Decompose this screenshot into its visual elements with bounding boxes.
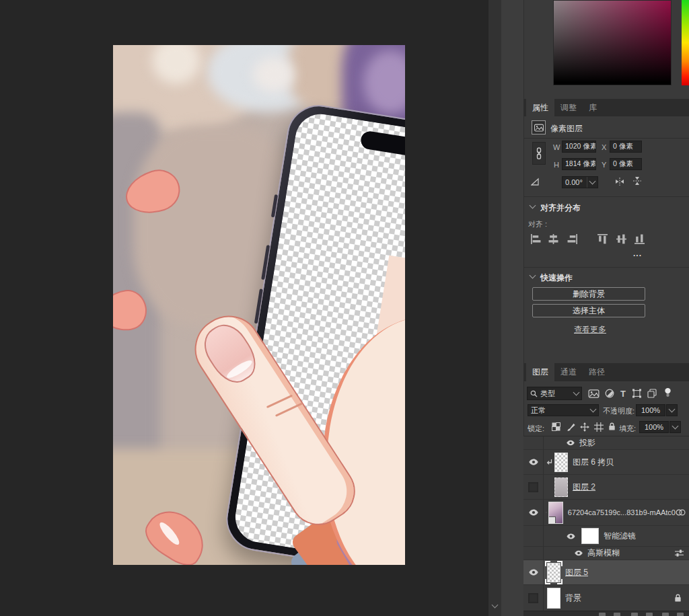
layer-row-gaussian-blur[interactable]: 高斯模糊 [523, 547, 689, 560]
effect-name[interactable]: 投影 [579, 437, 595, 449]
align-bottom-button[interactable] [634, 234, 645, 244]
layer-row-smart-object[interactable]: 67204ca75199c...831b9-mAAtc0 [523, 500, 689, 526]
quick-actions-collapse-icon[interactable] [530, 272, 536, 279]
visibility-eye-icon[interactable] [567, 533, 575, 539]
layer-name[interactable]: 图层 6 拷贝 [573, 457, 614, 468]
layer-thumbnail[interactable] [547, 588, 560, 609]
toolbar-icon-partial[interactable] [677, 613, 684, 616]
layer-name[interactable]: 背景 [565, 592, 581, 604]
align-top-button[interactable] [597, 234, 608, 244]
layer-row-background[interactable]: 背景 [523, 585, 689, 611]
fill-dropdown-button[interactable] [669, 421, 681, 433]
toolbar-icon-partial[interactable] [614, 613, 620, 616]
layer-row-layer5-selected[interactable]: 图层 5 [523, 560, 689, 585]
remove-background-button[interactable]: 删除背景 [532, 287, 645, 301]
align-middle-v-button[interactable] [616, 234, 626, 244]
align-right-button[interactable] [567, 234, 577, 244]
tab-adjustments[interactable]: 调整 [554, 99, 583, 116]
width-input[interactable]: 1020 像素 [562, 141, 596, 153]
color-picker-field[interactable] [553, 0, 672, 85]
align-center-h-icon [548, 234, 558, 244]
height-input[interactable]: 1814 像素 [562, 158, 596, 170]
smart-filter-badge-icon[interactable] [676, 509, 686, 516]
filtering-toggle[interactable] [663, 387, 672, 397]
rotation-input[interactable]: 0.00° [562, 176, 598, 188]
tab-channels[interactable]: 通道 [554, 363, 583, 381]
x-input[interactable]: 0 像素 [610, 141, 642, 153]
hue-slider[interactable] [682, 0, 689, 85]
filter-adjustment-layers-button[interactable] [605, 389, 614, 398]
visibility-cell[interactable] [523, 560, 544, 584]
see-more-link[interactable]: 查看更多 [574, 324, 606, 336]
adjustment-layer-filter-icon [605, 389, 614, 398]
layer-name[interactable]: 图层 2 [573, 482, 595, 493]
canvas-vertical-scrollbar[interactable] [488, 0, 501, 616]
visibility-eye-icon[interactable] [575, 550, 583, 556]
smart-object-badge-icon [549, 516, 556, 523]
align-section-collapse-icon[interactable] [530, 202, 536, 209]
filter-pixel-layers-button[interactable] [588, 389, 600, 398]
blend-mode-select[interactable]: 正常 [528, 404, 599, 416]
scrollbar-down-arrow-icon[interactable] [492, 602, 499, 609]
smart-filter-mask-thumbnail[interactable] [581, 528, 599, 544]
toolbar-icon-partial[interactable] [599, 613, 606, 616]
visibility-eye-icon[interactable] [529, 569, 538, 576]
flip-vertical-button[interactable] [632, 176, 642, 186]
smart-object-thumbnail[interactable] [548, 502, 563, 524]
layer-filter-type-select[interactable]: 类型 [527, 387, 582, 400]
align-left-button[interactable] [531, 234, 541, 244]
visibility-cell[interactable] [523, 500, 544, 525]
toolbar-icon-partial[interactable] [646, 613, 653, 616]
tab-properties[interactable]: 属性 [526, 99, 554, 116]
fill-input[interactable]: 100% [639, 421, 669, 433]
canvas-area[interactable] [0, 0, 488, 616]
filter-blending-options-icon[interactable] [675, 549, 684, 557]
layer-name[interactable]: 67204ca75199c...831b9-mAAtc0 [568, 508, 676, 516]
lock-artboard-button[interactable] [594, 422, 604, 432]
filter-shape-layers-button[interactable] [632, 389, 642, 398]
visibility-eye-icon[interactable] [567, 440, 575, 446]
lock-position-button[interactable] [580, 422, 589, 432]
flip-horizontal-button[interactable] [615, 177, 624, 186]
select-subject-button[interactable]: 选择主体 [532, 304, 645, 317]
visibility-eye-icon[interactable] [529, 459, 538, 465]
visibility-empty-box[interactable] [528, 482, 538, 492]
canvas-document[interactable] [113, 45, 405, 565]
smart-filters-label[interactable]: 智能滤镜 [604, 531, 636, 542]
quick-actions-title: 快速操作 [540, 272, 573, 284]
layer-thumbnail[interactable] [554, 453, 568, 472]
shape-layer-filter-icon [632, 389, 642, 398]
filter-name[interactable]: 高斯模糊 [587, 547, 620, 559]
y-input[interactable]: 0 像素 [610, 158, 642, 170]
filter-type-layers-button[interactable] [618, 389, 628, 398]
opacity-dropdown-button[interactable] [666, 404, 678, 416]
lock-all-button[interactable] [608, 422, 616, 431]
visibility-cell[interactable] [523, 450, 544, 474]
link-dimensions-button[interactable] [532, 142, 546, 165]
layer-name[interactable]: 图层 5 [565, 567, 588, 578]
layer-row-layer2[interactable]: 图层 2 [523, 475, 689, 500]
layer-row-layer6-copy[interactable]: 图层 6 拷贝 [523, 450, 689, 475]
toolbar-icon-partial[interactable] [662, 613, 669, 616]
thumb-crease-2 [275, 402, 303, 416]
lock-transparency-button[interactable] [552, 422, 560, 431]
blend-mode-dropdown-icon[interactable] [590, 406, 597, 413]
layer-thumbnail[interactable] [554, 477, 568, 497]
layer-row-smart-filters[interactable]: 智能滤镜 [523, 526, 689, 547]
rotation-dropdown-icon[interactable] [589, 178, 596, 185]
opacity-input[interactable]: 100% [636, 404, 665, 416]
visibility-cell[interactable] [523, 475, 544, 499]
tab-paths[interactable]: 路径 [583, 363, 611, 381]
visibility-empty-box[interactable] [528, 593, 538, 603]
filter-smart-objects-button[interactable] [647, 389, 657, 398]
layer-effect-row-drop-shadow[interactable]: 投影 [523, 436, 689, 450]
align-center-h-button[interactable] [548, 234, 558, 244]
visibility-cell[interactable] [523, 585, 544, 611]
tab-layers[interactable]: 图层 [526, 363, 554, 381]
align-more-button[interactable]: ... [633, 249, 642, 258]
visibility-eye-icon[interactable] [529, 509, 538, 516]
lock-pixels-button[interactable] [567, 422, 576, 432]
tab-libraries[interactable]: 库 [583, 99, 603, 116]
filter-type-dropdown-icon[interactable] [573, 389, 580, 396]
toolbar-icon-partial[interactable] [631, 613, 638, 616]
